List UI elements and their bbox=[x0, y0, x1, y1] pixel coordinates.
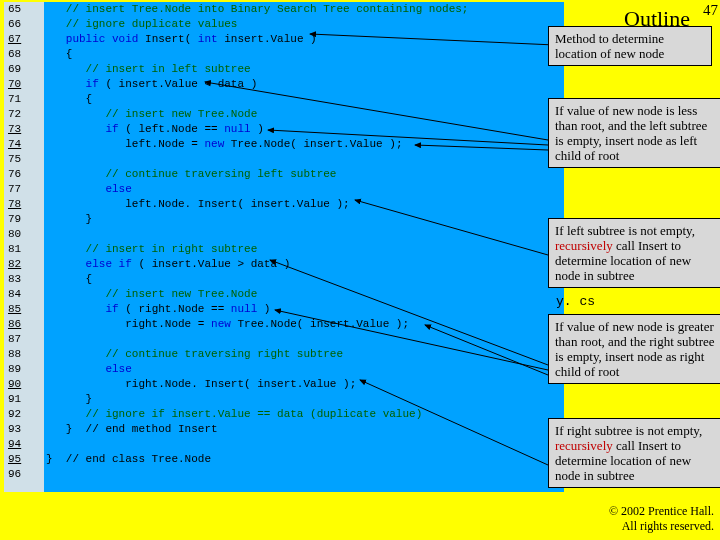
line-numbers: 65 66 67 68 69 70 71 72 73 74 75 76 77 7… bbox=[8, 2, 21, 482]
page-number: 47 bbox=[703, 2, 718, 19]
copyright: © 2002 Prentice Hall.All rights reserved… bbox=[609, 504, 714, 534]
slide-stage: Outline 47 65 66 67 68 69 70 71 72 73 74… bbox=[0, 0, 720, 540]
callout-right-insert: If value of new node is greater than roo… bbox=[548, 314, 720, 384]
code-body: // insert Tree.Node into Binary Search T… bbox=[46, 2, 468, 467]
callout-method: Method to determine location of new node bbox=[548, 26, 712, 66]
callout-right-recurse: If right subtree is not empty, recursive… bbox=[548, 418, 720, 488]
callout-left-recurse: If left subtree is not empty, recursivel… bbox=[548, 218, 720, 288]
file-fragment: y. cs bbox=[556, 294, 595, 309]
code-area: 65 66 67 68 69 70 71 72 73 74 75 76 77 7… bbox=[4, 2, 564, 492]
callout-left-insert: If value of new node is less than root, … bbox=[548, 98, 720, 168]
